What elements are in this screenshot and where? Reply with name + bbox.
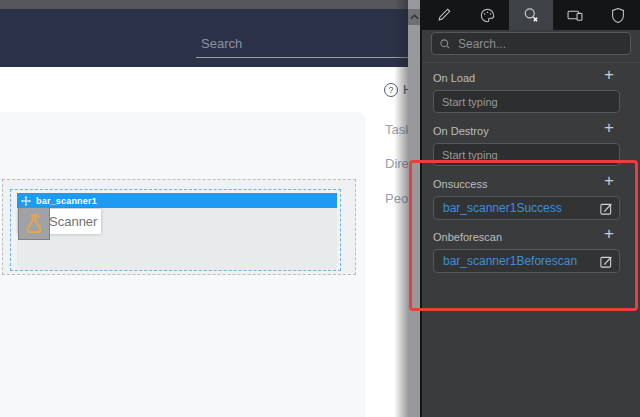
move-icon — [21, 196, 31, 206]
tab-security[interactable] — [596, 0, 640, 30]
edit-script-button[interactable] — [598, 200, 615, 217]
onbeforescan-binding-row: bar_scanner1Beforescan — [433, 249, 620, 273]
flask-icon — [22, 212, 46, 236]
onload-input[interactable] — [433, 90, 620, 113]
add-event-icon[interactable] — [601, 67, 617, 83]
selected-widget-titlebar[interactable]: bar_scanner1 — [17, 193, 337, 208]
top-window-strip — [0, 0, 408, 9]
tab-styles[interactable] — [466, 0, 510, 30]
tab-devices[interactable] — [553, 0, 597, 30]
add-event-icon[interactable] — [601, 173, 617, 189]
magnifier-x-icon — [522, 6, 540, 24]
section-label-ondestroy: On Destroy — [433, 125, 489, 137]
events-panel: On Load On Destroy Onsuccess bar_scanner… — [420, 0, 640, 417]
page-item-directory[interactable]: Dire — [385, 156, 409, 171]
panel-tabbar — [422, 0, 640, 30]
add-event-icon[interactable] — [601, 120, 617, 136]
tab-events[interactable] — [509, 0, 553, 30]
section-label-onbeforescan: Onbeforescan — [433, 231, 502, 243]
palette-icon — [479, 7, 496, 24]
preview-search-input[interactable]: Search — [196, 36, 408, 58]
scroll-up-icon — [410, 14, 419, 20]
edit-script-button[interactable] — [598, 253, 615, 270]
devices-icon — [566, 6, 584, 24]
panel-search-input[interactable] — [456, 36, 610, 52]
add-event-icon[interactable] — [601, 226, 617, 242]
preview-app-header: Search — [0, 9, 420, 67]
ondestroy-input[interactable] — [433, 143, 620, 166]
section-label-onsuccess: Onsuccess — [433, 178, 487, 190]
app-screen: Search H bar_scanner1 Scanner Task — [0, 0, 640, 417]
help-icon — [384, 83, 398, 97]
widget-drag-handle[interactable] — [18, 207, 50, 240]
scroll-up-button[interactable] — [408, 9, 420, 25]
section-label-onload: On Load — [433, 72, 475, 84]
shield-icon — [610, 7, 626, 24]
preview-content: H bar_scanner1 Scanner Task Dire Peop — [0, 67, 420, 417]
panel-search-box — [431, 32, 631, 55]
panel-divider — [422, 62, 640, 63]
vertical-scrollbar[interactable] — [408, 0, 420, 417]
onsuccess-binding-row: bar_scanner1Success — [433, 196, 620, 220]
pencil-icon — [436, 7, 452, 23]
onbeforescan-script-link[interactable]: bar_scanner1Beforescan — [443, 254, 577, 268]
widget-name-label: bar_scanner1 — [36, 196, 97, 206]
search-icon — [439, 38, 451, 50]
onsuccess-script-link[interactable]: bar_scanner1Success — [443, 201, 562, 215]
edit-script-icon — [599, 201, 614, 216]
tab-properties[interactable] — [422, 0, 466, 30]
edit-script-icon — [599, 254, 614, 269]
